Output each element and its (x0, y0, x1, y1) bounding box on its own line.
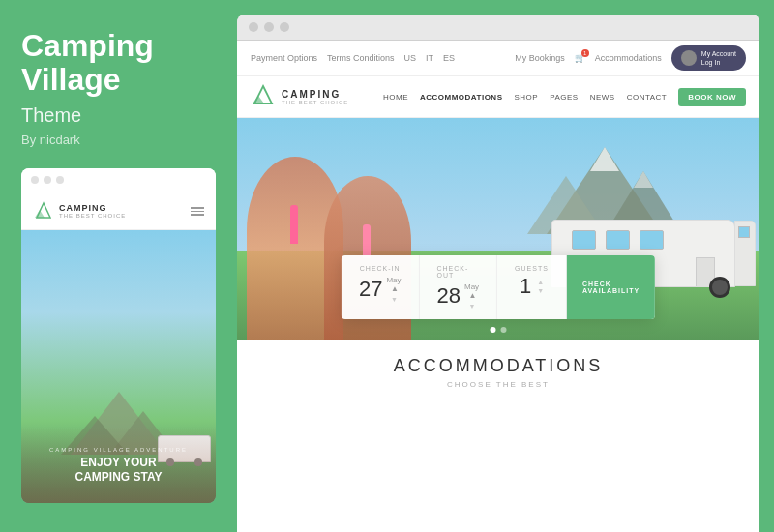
theme-title: CampingVillage (21, 29, 216, 97)
checkin-month-area: May ▲ ▼ (386, 276, 401, 303)
mobile-dot-2 (44, 176, 51, 184)
checkout-label: CHECK-OUT (437, 265, 480, 279)
left-panel: CampingVillage Theme By nicdark CAMPING … (0, 0, 237, 532)
rv-windshield (738, 226, 750, 238)
booking-widget: CHECK-IN 27 May ▲ ▼ CHECK-OUT (342, 255, 655, 319)
nav-links: HOME ACCOMMODATIONS SHOP PAGES NEWS CONT… (383, 88, 746, 106)
lang-it[interactable]: IT (426, 53, 433, 63)
topbar-right: My Bookings 🛒 1 Accommodations My Accoun… (515, 45, 746, 71)
mobile-logo-text: CAMPING THE BEST CHOICE (59, 203, 126, 219)
nav-news[interactable]: NEWS (590, 93, 615, 102)
mobile-chrome (21, 168, 216, 192)
checkin-label: CHECK-IN (360, 265, 401, 272)
guests-label: GUESTS (515, 265, 549, 272)
nav-logo-text: CAMPING THE BEST CHOICE (282, 89, 348, 105)
cart-badge: 1 (581, 49, 589, 57)
rv-window-3 (640, 230, 664, 250)
mobile-hero-big-text: ENJOY YOURCAMPING STAY (21, 456, 216, 484)
checkin-down-arrow[interactable]: ▼ (391, 296, 399, 303)
site-hero: CHECK-IN 27 May ▲ ▼ CHECK-OUT (237, 118, 759, 340)
account-avatar (681, 50, 697, 66)
mobile-preview: CAMPING THE BEST CHOICE (21, 168, 216, 503)
popsicle-2 (363, 224, 371, 258)
nav-contact[interactable]: CONTACT (627, 93, 668, 102)
accommodations-topbar-link[interactable]: Accommodations (595, 53, 662, 63)
site-topbar: Payment Options Terms Conditions US IT E… (237, 41, 759, 76)
browser-dot-2 (264, 22, 274, 32)
check-availability-button[interactable]: CHECKAVAILABILITY (567, 255, 655, 319)
site-logo[interactable]: CAMPING THE BEST CHOICE (251, 84, 348, 109)
site-mountain-logo-icon (251, 84, 276, 109)
hamburger-line-1 (191, 207, 204, 209)
svg-marker-10 (590, 147, 619, 171)
checkin-month: May (386, 276, 401, 284)
book-now-button[interactable]: BOOK NOW (678, 88, 746, 106)
mobile-logo-sub: THE BEST CHOICE (59, 213, 126, 219)
mobile-logo: CAMPING THE BEST CHOICE (33, 200, 126, 222)
hamburger-line-2 (191, 211, 204, 213)
mobile-hero-section: CAMPING VILLAGE ADVENTURE ENJOY YOURCAMP… (21, 230, 216, 503)
hero-slide-dots (491, 327, 507, 333)
checkin-day: 27 (359, 279, 382, 300)
guests-up-arrow[interactable]: ▲ (537, 279, 544, 285)
guests-field: GUESTS 1 ▲ ▼ (497, 255, 567, 319)
rv-cab (734, 221, 756, 286)
accommodations-subtitle: CHOOSE THE BEST (253, 380, 744, 389)
guests-down-arrow[interactable]: ▼ (537, 287, 544, 294)
popsicle-1 (290, 205, 298, 244)
nav-logo-sub: THE BEST CHOICE (282, 100, 348, 105)
checkout-down-arrow[interactable]: ▼ (469, 303, 477, 310)
checkout-up-arrow[interactable]: ▲ (469, 292, 477, 300)
lang-us[interactable]: US (404, 53, 417, 63)
nav-shop[interactable]: SHOP (514, 93, 538, 102)
checkout-field: CHECK-OUT 28 May ▲ ▼ (420, 255, 498, 319)
mobile-mountain-icon (33, 200, 54, 222)
checkout-month-area: May ▲ ▼ (464, 282, 479, 310)
svg-marker-1 (35, 210, 45, 218)
mobile-dot-1 (31, 176, 39, 184)
theme-subtitle: Theme (21, 104, 216, 127)
my-account-button[interactable]: My AccountLog In (671, 45, 746, 71)
mobile-nav-bar: CAMPING THE BEST CHOICE (21, 192, 216, 230)
nav-pages[interactable]: PAGES (550, 93, 578, 102)
hero-dot-2[interactable] (501, 327, 507, 333)
checkout-month: May (464, 282, 479, 291)
svg-marker-11 (634, 171, 653, 188)
checkout-arrows[interactable]: ▲ ▼ (469, 292, 477, 310)
mobile-dot-3 (56, 176, 64, 184)
hamburger-line-3 (191, 214, 204, 216)
browser-chrome (237, 15, 759, 41)
checkout-day: 28 (437, 285, 461, 307)
checkout-value: 28 May ▲ ▼ (437, 282, 480, 310)
checkin-up-arrow[interactable]: ▲ (391, 285, 399, 293)
rv-window-2 (606, 230, 630, 250)
nav-logo-name: CAMPING (282, 89, 348, 100)
nav-home[interactable]: HOME (383, 93, 408, 102)
mobile-hero-text: CAMPING VILLAGE ADVENTURE ENJOY YOURCAMP… (21, 447, 216, 484)
hero-dot-1[interactable] (491, 327, 496, 333)
my-bookings-link[interactable]: My Bookings (515, 53, 565, 63)
browser-dot-3 (280, 22, 289, 32)
mobile-hamburger-icon[interactable] (191, 207, 204, 216)
guests-value: 1 ▲ ▼ (520, 276, 544, 297)
checkin-value: 27 May ▲ ▼ (359, 276, 402, 303)
topbar-left: Payment Options Terms Conditions US IT E… (251, 53, 455, 63)
svg-marker-6 (253, 96, 264, 103)
theme-by: By nicdark (21, 133, 216, 147)
payment-options-link[interactable]: Payment Options (251, 53, 317, 63)
checkin-arrows[interactable]: ▲ ▼ (391, 285, 399, 303)
terms-conditions-link[interactable]: Terms Conditions (327, 53, 395, 63)
site-main-nav: CAMPING THE BEST CHOICE HOME ACCOMMODATI… (237, 76, 759, 118)
mobile-logo-name: CAMPING (59, 203, 126, 213)
right-panel-browser: Payment Options Terms Conditions US IT E… (237, 15, 759, 532)
browser-dot-1 (249, 22, 258, 32)
rv-window-1 (572, 230, 596, 250)
checkin-field: CHECK-IN 27 May ▲ ▼ (342, 255, 420, 319)
lang-es[interactable]: ES (443, 53, 455, 63)
cart-icon: 🛒 1 (575, 53, 585, 63)
account-label: My AccountLog In (701, 49, 736, 67)
mobile-hero-small-text: CAMPING VILLAGE ADVENTURE (21, 447, 216, 453)
guests-arrows[interactable]: ▲ ▼ (537, 279, 544, 294)
nav-accommodations[interactable]: ACCOMMODATIONS (420, 93, 503, 102)
site-accommodations-section: ACCOMMODATIONS CHOOSE THE BEST (237, 340, 759, 532)
